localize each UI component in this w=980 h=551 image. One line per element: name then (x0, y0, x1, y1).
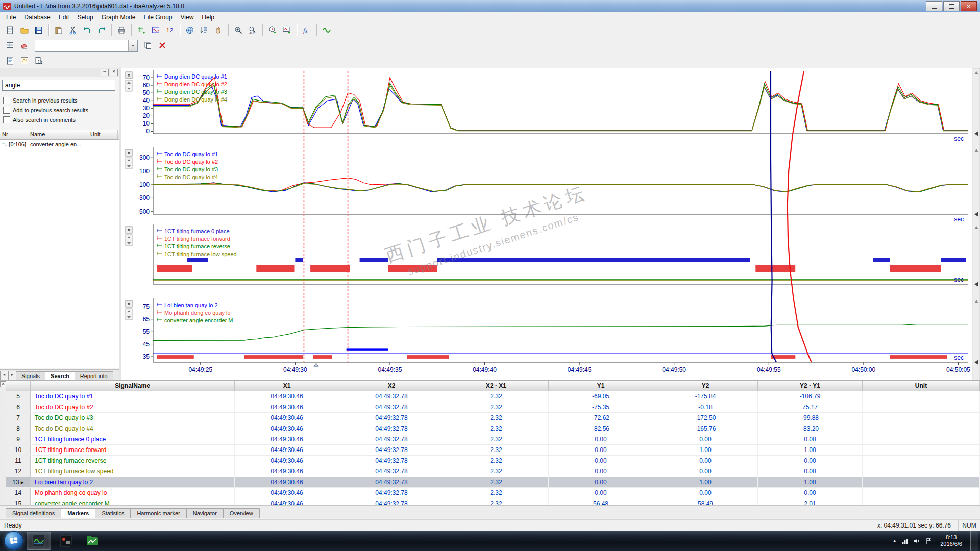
menu-graph-mode[interactable]: Graph Mode (97, 13, 140, 22)
report-button[interactable] (3, 54, 17, 68)
tab-scroll-left-button[interactable]: ◂ (0, 371, 8, 380)
cut-button[interactable] (66, 23, 80, 37)
menu-setup[interactable]: Setup (73, 13, 97, 22)
markers-table-close-button[interactable]: ✕ (0, 381, 6, 387)
legend-toc-do-dc-quay-lo-2[interactable]: Toc do DC quay lo #2 (164, 159, 218, 165)
markers-column-x2-x1[interactable]: X2 - X1 (444, 381, 549, 391)
save-button[interactable] (32, 23, 46, 37)
legend-dong-dien-dc-quay-lo-1[interactable]: Dong dien DC quay lo #1 (164, 73, 227, 80)
sidebar-tab-report-info[interactable]: Report info (75, 371, 113, 380)
menu-view[interactable]: View (177, 13, 198, 22)
markers-row-6[interactable]: 6Toc do DC quay lo #204:49:30.4604:49:32… (6, 402, 980, 413)
menu-help[interactable]: Help (198, 13, 218, 22)
legend-1ct-tilting-furnace-0-place[interactable]: 1CT tilting furnace 0 place (164, 228, 230, 234)
legend-dong-dien-dc-quay-lo-4[interactable]: Dong dien DC quay lo #4 (164, 96, 227, 103)
profile-12-button[interactable]: 12 (163, 23, 177, 37)
tab-scroll-right-button[interactable]: ▸ (8, 371, 16, 380)
export-table-button[interactable] (134, 23, 149, 37)
redo-button[interactable] (94, 23, 109, 37)
globe-button[interactable] (183, 23, 197, 37)
bottom-tab-harmonic-marker[interactable]: Harmonic marker (130, 508, 186, 518)
search-result-row[interactable]: [0:106]converter angle en... (0, 140, 119, 149)
volume-icon[interactable] (914, 538, 920, 544)
close-button[interactable]: ✕ (961, 1, 977, 11)
eraser-button[interactable] (17, 39, 32, 53)
markers-column-unit[interactable]: Unit (863, 381, 980, 391)
trend-charts[interactable]: 706050403020100Dong dien DC quay lo #1Do… (121, 68, 980, 380)
checkbox-search-in-previous-results[interactable] (3, 97, 10, 104)
sine-curve-button[interactable] (320, 23, 334, 37)
pan-hand-button[interactable] (211, 23, 226, 37)
results-column-unit[interactable]: Unit (88, 130, 118, 139)
signal-grid-button[interactable] (149, 23, 163, 37)
zoom-all-button[interactable]: ALL (246, 23, 260, 37)
copy-button[interactable] (141, 39, 155, 53)
clock-export-button[interactable] (265, 23, 280, 37)
search-input[interactable] (2, 80, 115, 91)
results-column-name[interactable]: Name (28, 130, 88, 139)
markers-row-12[interactable]: 121CT tilting furnace low speed04:49:30.… (6, 466, 980, 477)
checkbox-add-to-previous-search-results[interactable] (3, 107, 10, 114)
tray-expand-icon[interactable]: ▲ (892, 538, 897, 543)
bottom-tab-statistics[interactable]: Statistics (95, 508, 131, 518)
paste-button[interactable] (52, 23, 66, 37)
markers-row-5[interactable]: 5Toc do DC quay lo #104:49:30.4604:49:32… (6, 391, 980, 402)
markers-column-signalname[interactable]: SignalName (31, 381, 235, 391)
menu-database[interactable]: Database (20, 13, 54, 22)
legend-toc-do-dc-quay-lo-1[interactable]: Toc do DC quay lo #1 (164, 151, 218, 157)
chart-export-button[interactable] (280, 23, 294, 37)
legend-converter-angle-encorder-m[interactable]: converter angle encorder M (164, 317, 233, 323)
new-document-button[interactable] (3, 23, 17, 37)
taskbar-app-second[interactable] (54, 532, 78, 549)
combobox-dropdown-icon[interactable]: ▼ (128, 40, 137, 51)
markers-row-14[interactable]: 14Mo phanh dong co quay lo04:49:30.4604:… (6, 488, 980, 498)
markers-row-7[interactable]: 7Toc do DC quay lo #304:49:30.4604:49:32… (6, 413, 980, 423)
legend-toc-do-dc-quay-lo-4[interactable]: Toc do DC quay lo #4 (164, 174, 218, 180)
menu-file-group[interactable]: File Group (139, 13, 176, 22)
taskbar-app-ibaanalyzer[interactable] (27, 532, 51, 550)
maximize-button[interactable] (943, 1, 960, 11)
markers-row-10[interactable]: 101CT tilting furnace forward04:49:30.46… (6, 445, 980, 456)
sidebar-tab-search[interactable]: Search (45, 371, 75, 380)
menu-file[interactable]: File (2, 13, 20, 22)
start-button[interactable] (4, 531, 23, 550)
markers-column-x1[interactable]: X1 (235, 381, 339, 391)
undo-button[interactable] (80, 23, 94, 37)
profile-view-button[interactable] (17, 54, 32, 68)
bottom-tab-signal-definitions[interactable]: Signal definitions (6, 508, 61, 518)
minimize-button[interactable] (926, 1, 942, 11)
checkbox-also-search-in-comments[interactable] (3, 116, 10, 123)
action-center-flag-icon[interactable] (925, 538, 932, 544)
results-column-nr[interactable]: Nr (0, 130, 28, 139)
delete-red-button[interactable] (155, 39, 169, 53)
bottom-tab-markers[interactable]: Markers (61, 508, 95, 518)
markers-row-11[interactable]: 111CT tilting furnace reverse04:49:30.46… (6, 456, 980, 466)
print-button[interactable] (114, 23, 129, 37)
markers-column-y2[interactable]: Y2 (653, 381, 758, 391)
panel-close-button[interactable]: ✕ (110, 69, 118, 76)
legend-dong-dien-dc-quay-lo-2[interactable]: Dong dien DC quay lo #2 (164, 81, 227, 87)
markers-column-y2-y1[interactable]: Y2 - Y1 (758, 381, 863, 391)
legend-toc-do-dc-quay-lo-3[interactable]: Toc do DC quay lo #3 (164, 166, 218, 172)
panel-minimize-button[interactable]: ─ (101, 69, 109, 76)
bottom-tab-navigator[interactable]: Navigator (186, 508, 224, 518)
markers-column-y1[interactable]: Y1 (549, 381, 653, 391)
grid-small-button[interactable] (3, 39, 17, 53)
zoom-in-button[interactable] (231, 23, 246, 37)
network-icon[interactable] (902, 538, 909, 544)
sidebar-tab-signals[interactable]: Signals (16, 371, 45, 380)
markers-row-13[interactable]: 13▸Loi bien tan quay lo 204:49:30.4604:4… (6, 477, 980, 488)
expression-combobox[interactable]: ▼ (35, 40, 138, 52)
chart-scroll-rail[interactable] (973, 68, 980, 380)
legend-mo-phanh-dong-co-quay-lo[interactable]: Mo phanh dong co quay lo (164, 310, 231, 316)
legend-1ct-tilting-furnace-reverse[interactable]: 1CT tilting furnace reverse (164, 243, 230, 249)
sort-az-button[interactable] (197, 23, 211, 37)
zoom-doc-button[interactable] (32, 54, 46, 68)
markers-column-x2[interactable]: X2 (339, 381, 444, 391)
legend-1ct-tilting-furnace-low-speed[interactable]: 1CT tilting furnace low speed (164, 251, 237, 257)
markers-row-8[interactable]: 8Toc do DC quay lo #404:49:30.4604:49:32… (6, 423, 980, 434)
markers-row-9[interactable]: 91CT tilting furnace 0 place04:49:30.460… (6, 434, 980, 445)
title-bar[interactable]: Untitled - E:\iba from 3.2.2016\pda601.d… (0, 0, 980, 13)
legend-1ct-tilting-furnace-forward[interactable]: 1CT tilting furnace forward (164, 236, 230, 242)
taskbar-clock[interactable]: 8:13 2016/6/6 (940, 534, 962, 547)
